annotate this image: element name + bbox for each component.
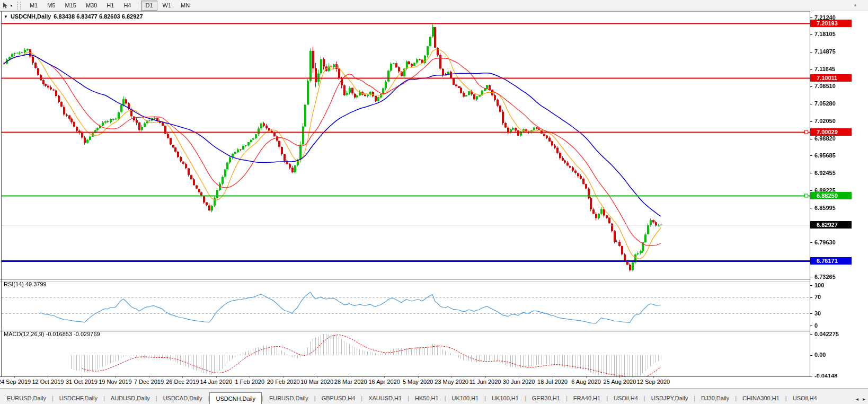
chart-symbol-label: USDCNH,Daily: [11, 13, 51, 20]
tab-usdchf-daily[interactable]: USDCHF,Daily: [54, 392, 103, 404]
tab-ger30-h1[interactable]: GER30,H1: [526, 392, 566, 404]
timeframe-button-h4[interactable]: H4: [119, 1, 135, 11]
timeframe-button-d1[interactable]: D1: [141, 1, 157, 11]
date-label: 26 Dec 2019: [166, 379, 199, 385]
date-label: 30 Jun 2020: [503, 379, 535, 385]
timeframe-button-w1[interactable]: W1: [158, 1, 176, 11]
cursor-arrow-icon: [2, 2, 9, 9]
tab-scroll-right-icon[interactable]: ▸: [863, 396, 865, 402]
tab-uk100-h1[interactable]: UK100,H1: [446, 392, 484, 404]
date-axis: 24 Sep 201912 Oct 201931 Oct 201919 Nov …: [0, 377, 868, 388]
date-label: 1 Feb 2020: [235, 379, 264, 385]
date-label: 12 Sep 2020: [637, 379, 670, 385]
chart-ohlc-values: 6.83438 6.83477 6.82603 6.82927: [54, 13, 143, 20]
tab-hk50-h1[interactable]: HK50,H1: [409, 392, 445, 404]
tab-eurusd-daily[interactable]: EURUSD,Daily: [1, 392, 52, 404]
chart-tab-bar: EURUSD,Daily|USDCHF,Daily|AUDUSD,Daily|U…: [0, 388, 868, 404]
macd-indicator-label: MACD(12,26,9) -0.016853 -0.029769: [4, 331, 100, 337]
timeframe-button-mn[interactable]: MN: [176, 1, 194, 11]
tab-uk100-h1[interactable]: UK100,H1: [486, 392, 525, 404]
tab-usdjpy-daily[interactable]: USDJPY,Daily: [645, 392, 694, 404]
rsi-indicator-label: RSI(14) 49.3799: [4, 281, 47, 287]
tab-china300-h1[interactable]: CHINA300,H1: [737, 392, 785, 404]
tab-xauusd-h1[interactable]: XAUUSD,H1: [362, 392, 408, 404]
cursor-tool-icon[interactable]: [2, 2, 9, 9]
one-click-collapse-icon[interactable]: ▼: [4, 14, 8, 19]
date-label: 28 Mar 2020: [334, 379, 367, 385]
timeframe-button-m5[interactable]: M5: [43, 1, 59, 11]
timeframe-button-m15[interactable]: M15: [61, 1, 81, 11]
date-label: 25 Aug 2020: [604, 379, 636, 385]
chart-tabs: EURUSD,Daily|USDCHF,Daily|AUDUSD,Daily|U…: [1, 392, 850, 404]
date-label: 5 May 2020: [403, 379, 433, 385]
toolbar-grip-icon[interactable]: [17, 2, 21, 10]
date-label: 23 May 2020: [435, 379, 468, 385]
tab-usdcnh-daily[interactable]: USDCNH,Daily: [209, 392, 262, 404]
date-label: 16 Apr 2020: [368, 379, 400, 385]
date-label: 14 Jan 2020: [200, 379, 233, 385]
chart-title: ▼ USDCNH,Daily 6.83438 6.83477 6.82603 6…: [4, 13, 143, 20]
tool-dropdown-icon[interactable]: ▼: [10, 4, 13, 7]
timeframe-button-m1[interactable]: M1: [25, 1, 42, 11]
timeframe-button-h1[interactable]: H1: [102, 1, 118, 11]
tab-scroll-nav: ◂ ▸: [856, 396, 865, 402]
tab-usoil-h4[interactable]: USOil,H4: [608, 392, 644, 404]
toolbar-separator: [138, 2, 138, 10]
date-label: 10 Mar 2020: [300, 379, 333, 385]
tab-audusd-daily[interactable]: AUDUSD,Daily: [105, 392, 156, 404]
toolbar-overflow-icon[interactable]: ▲: [853, 3, 857, 7]
tab-usoil-h4[interactable]: USOil,H4: [787, 392, 823, 404]
date-label: 24 Sep 2019: [0, 379, 31, 385]
timeframe-toolbar: ▼ M1M5M15M30H1H4D1W1MN ▲: [0, 0, 868, 11]
tab-scroll-left-icon[interactable]: ◂: [856, 396, 858, 402]
date-label: 20 Feb 2020: [267, 379, 300, 385]
date-label: 11 Jun 2020: [470, 379, 501, 385]
tab-dj30-daily[interactable]: DJ30,Daily: [695, 392, 735, 404]
date-label: 31 Oct 2019: [66, 379, 98, 385]
tab-usdcad-daily[interactable]: USDCAD,Daily: [157, 392, 208, 404]
tab-eurusd-daily[interactable]: EURUSD,Daily: [263, 392, 314, 404]
price-chart-canvas[interactable]: [0, 11, 868, 378]
date-label: 12 Oct 2019: [32, 379, 64, 385]
timeframe-button-m30[interactable]: M30: [82, 1, 101, 11]
tab-gbpusd-h4[interactable]: GBPUSD,H4: [316, 392, 361, 404]
tab-fra40-h1[interactable]: FRA40,H1: [568, 392, 606, 404]
date-label: 18 Jul 2020: [537, 379, 568, 385]
date-label: 19 Nov 2019: [99, 379, 131, 385]
date-label: 6 Aug 2020: [571, 379, 601, 385]
timeframe-button-group: M1M5M15M30H1H4D1W1MN: [25, 1, 194, 11]
date-label: 7 Dec 2019: [134, 379, 164, 385]
